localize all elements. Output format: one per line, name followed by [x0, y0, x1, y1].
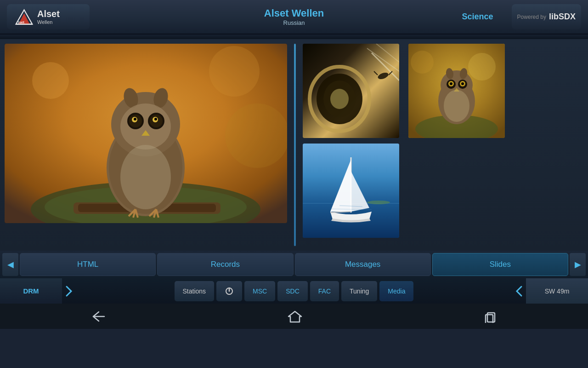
thumb3-image [303, 144, 399, 238]
main-left-panel [5, 44, 287, 246]
back-icon [90, 310, 107, 323]
tuning-label: Tuning [350, 288, 369, 295]
tab-html-label: HTML [77, 260, 98, 269]
thumbnail-2[interactable] [408, 44, 505, 138]
sw-panel[interactable]: SW 49m [526, 278, 588, 304]
svg-point-57 [450, 82, 452, 85]
drm-expand-button[interactable] [62, 278, 76, 304]
power-button[interactable] [216, 281, 242, 301]
svg-point-68 [367, 201, 390, 204]
sdc-button[interactable]: SDC [277, 281, 308, 301]
main-content [0, 39, 588, 251]
media-label: Media [388, 288, 405, 295]
recents-icon [483, 310, 498, 323]
prev-tab-arrow[interactable]: ◀ [2, 253, 18, 276]
svg-point-7 [225, 104, 287, 168]
vertical-divider [294, 44, 296, 246]
tab-messages-label: Messages [345, 260, 380, 269]
svg-point-46 [468, 53, 496, 80]
thumb1-image [303, 44, 399, 138]
thumbnail-1[interactable] [303, 44, 399, 138]
tab-slides-label: Slides [490, 260, 511, 269]
tab-messages[interactable]: Messages [295, 253, 431, 276]
center-controls: Stations MSC SDC FAC Tuning Media [76, 281, 512, 301]
logo-text: Alset Wellen [37, 9, 60, 25]
right-arrow-icon: ▶ [575, 259, 581, 270]
thumb2-image [408, 44, 505, 138]
power-icon [225, 287, 234, 296]
main-right-panel [303, 44, 583, 246]
tab-slides[interactable]: Slides [432, 253, 568, 276]
stations-button[interactable]: Stations [175, 281, 215, 301]
tuning-button[interactable]: Tuning [341, 281, 377, 301]
drm-panel[interactable]: DRM [0, 278, 62, 304]
app-subtitle: Russian [264, 19, 324, 26]
svg-point-60 [444, 90, 469, 122]
next-tab-arrow[interactable]: ▶ [570, 253, 586, 276]
svg-point-38 [330, 89, 349, 109]
bottom-controls-bar: DRM Stations MSC SDC FAC Tuning Media [0, 278, 588, 304]
logo-area: lset Alset Wellen [7, 4, 90, 29]
stations-label: Stations [183, 288, 206, 295]
app-title: Alset Wellen [264, 7, 324, 19]
msc-button[interactable]: MSC [244, 281, 275, 301]
main-owl-image [5, 44, 287, 223]
thumb-row-top [303, 44, 583, 138]
svg-point-25 [154, 118, 157, 121]
libsdx-brand: libSDX [549, 12, 576, 22]
tab-records-label: Records [211, 260, 240, 269]
chevron-right-icon [65, 285, 73, 298]
android-back-button[interactable] [90, 310, 107, 323]
sw-collapse-button[interactable] [512, 278, 526, 304]
left-arrow-icon: ◀ [7, 259, 14, 270]
media-button[interactable]: Media [379, 281, 413, 301]
svg-point-47 [411, 51, 434, 74]
svg-point-5 [32, 62, 69, 99]
center-title: Alset Wellen Russian [264, 7, 324, 26]
svg-point-58 [461, 82, 464, 85]
svg-point-27 [120, 145, 171, 209]
sw-label: SW 49m [545, 288, 570, 295]
powered-by-text: Powered by [517, 14, 546, 20]
svg-point-6 [209, 46, 260, 97]
sdc-label: SDC [286, 288, 300, 295]
drm-label: DRM [23, 287, 39, 295]
android-home-button[interactable] [288, 310, 302, 323]
msc-label: MSC [253, 288, 267, 295]
alset-logo-icon: lset [14, 8, 34, 26]
tab-html[interactable]: HTML [20, 253, 156, 276]
svg-marker-72 [288, 311, 301, 322]
android-recents-button[interactable] [483, 310, 498, 323]
science-label: Science [462, 12, 493, 22]
fac-button[interactable]: FAC [310, 281, 339, 301]
fac-label: FAC [318, 288, 331, 295]
svg-text:lset: lset [18, 20, 24, 24]
home-icon [288, 310, 302, 323]
powered-by-area: Powered by libSDX [512, 4, 581, 29]
main-image [5, 44, 287, 223]
top-bar: lset Alset Wellen Alset Wellen Russian S… [0, 0, 588, 34]
chevron-left-icon [515, 285, 523, 298]
top-stripe [0, 34, 588, 39]
thumb-row-bottom [303, 144, 583, 238]
svg-point-17 [120, 104, 171, 150]
thumbnail-3[interactable] [303, 144, 399, 238]
svg-point-24 [134, 118, 136, 121]
tab-records[interactable]: Records [157, 253, 293, 276]
android-nav-bar [0, 304, 588, 329]
bottom-tabs-bar: ◀ HTML Records Messages Slides ▶ [0, 251, 588, 278]
